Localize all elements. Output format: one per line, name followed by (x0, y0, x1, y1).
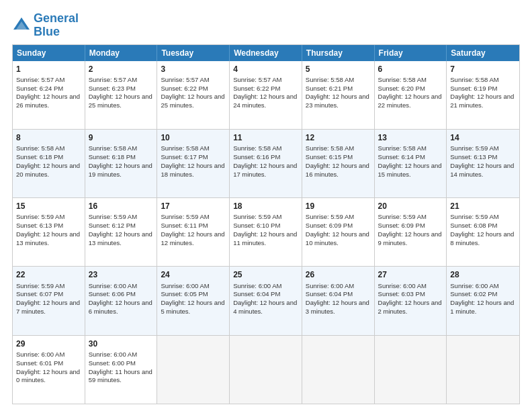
daylight-label: Daylight: 12 hours and 26 minutes. (16, 93, 80, 109)
day-number: 28 (450, 269, 516, 280)
sunset-label: Sunset: 6:09 PM (378, 222, 425, 229)
daylight-label: Daylight: 12 hours and 17 minutes. (233, 162, 297, 178)
daylight-label: Daylight: 12 hours and 9 minutes. (378, 230, 442, 246)
page: General Blue Sunday Monday Tuesday Wedne… (0, 0, 532, 411)
sunrise-label: Sunrise: 5:58 AM (450, 76, 498, 83)
calendar-row-2: 15Sunrise: 5:59 AMSunset: 6:13 PMDayligh… (13, 197, 519, 266)
daylight-label: Daylight: 12 hours and 5 minutes. (161, 299, 224, 315)
sunset-label: Sunset: 6:00 PM (89, 359, 136, 367)
calendar-cell-3-1: 23Sunrise: 6:00 AMSunset: 6:06 PMDayligh… (85, 267, 158, 334)
daylight-label: Daylight: 12 hours and 18 minutes. (161, 162, 224, 178)
day-number: 9 (89, 132, 154, 143)
sunset-label: Sunset: 6:22 PM (233, 85, 280, 92)
day-number: 25 (233, 269, 298, 280)
header-thursday: Thursday (302, 45, 375, 61)
calendar: Sunday Monday Tuesday Wednesday Thursday… (12, 44, 520, 404)
sunset-label: Sunset: 6:02 PM (450, 290, 497, 298)
sunset-label: Sunset: 6:20 PM (378, 85, 425, 92)
daylight-label: Daylight: 11 hours and 59 minutes. (89, 368, 152, 384)
calendar-cell-1-2: 10Sunrise: 5:58 AMSunset: 6:17 PMDayligh… (157, 130, 230, 197)
calendar-cell-1-6: 14Sunrise: 5:59 AMSunset: 6:13 PMDayligh… (447, 130, 519, 197)
header-wednesday: Wednesday (230, 45, 302, 61)
sunset-label: Sunset: 6:05 PM (161, 290, 208, 298)
sunrise-label: Sunrise: 5:59 AM (450, 213, 498, 220)
daylight-label: Daylight: 12 hours and 10 minutes. (306, 230, 369, 246)
calendar-cell-2-4: 19Sunrise: 5:59 AMSunset: 6:09 PMDayligh… (302, 198, 375, 266)
daylight-label: Daylight: 12 hours and 7 minutes. (16, 299, 80, 315)
day-number: 2 (89, 64, 154, 75)
daylight-label: Daylight: 12 hours and 14 minutes. (450, 162, 514, 178)
calendar-body: 1Sunrise: 5:57 AMSunset: 6:24 PMDaylight… (13, 61, 519, 404)
sunrise-label: Sunrise: 5:59 AM (16, 213, 64, 220)
header-saturday: Saturday (447, 45, 519, 61)
daylight-label: Daylight: 12 hours and 21 minutes. (450, 93, 514, 109)
calendar-cell-2-0: 15Sunrise: 5:59 AMSunset: 6:13 PMDayligh… (13, 198, 85, 266)
header-tuesday: Tuesday (157, 45, 230, 61)
day-number: 1 (16, 64, 81, 75)
calendar-cell-2-2: 17Sunrise: 5:59 AMSunset: 6:11 PMDayligh… (157, 198, 230, 266)
day-number: 15 (16, 201, 81, 212)
header-monday: Monday (85, 45, 158, 61)
sunrise-label: Sunrise: 5:58 AM (306, 144, 354, 152)
header-sunday: Sunday (13, 45, 85, 61)
daylight-label: Daylight: 12 hours and 0 minutes. (16, 368, 80, 384)
sunrise-label: Sunrise: 5:58 AM (306, 76, 354, 83)
day-number: 16 (89, 201, 154, 212)
day-number: 27 (378, 269, 443, 280)
sunrise-label: Sunrise: 5:58 AM (89, 144, 137, 152)
header: General Blue (12, 12, 520, 39)
calendar-cell-3-0: 22Sunrise: 5:59 AMSunset: 6:07 PMDayligh… (13, 267, 85, 334)
day-number: 17 (161, 201, 226, 212)
sunrise-label: Sunrise: 5:59 AM (16, 282, 64, 289)
daylight-label: Daylight: 12 hours and 8 minutes. (450, 230, 514, 246)
calendar-cell-1-4: 12Sunrise: 5:58 AMSunset: 6:15 PMDayligh… (302, 130, 375, 197)
calendar-cell-0-1: 2Sunrise: 5:57 AMSunset: 6:23 PMDaylight… (85, 61, 158, 129)
day-number: 29 (16, 338, 81, 349)
daylight-label: Daylight: 12 hours and 25 minutes. (89, 93, 152, 109)
calendar-cell-0-4: 5Sunrise: 5:58 AMSunset: 6:21 PMDaylight… (302, 61, 375, 129)
day-number: 8 (16, 132, 81, 143)
sunset-label: Sunset: 6:08 PM (450, 222, 497, 229)
daylight-label: Daylight: 12 hours and 6 minutes. (89, 299, 152, 315)
day-number: 5 (306, 64, 371, 75)
daylight-label: Daylight: 12 hours and 3 minutes. (306, 299, 369, 315)
calendar-cell-4-1: 30Sunrise: 6:00 AMSunset: 6:00 PMDayligh… (85, 336, 158, 404)
sunset-label: Sunset: 6:18 PM (89, 153, 136, 161)
calendar-cell-1-0: 8Sunrise: 5:58 AMSunset: 6:18 PMDaylight… (13, 130, 85, 197)
calendar-cell-3-6: 28Sunrise: 6:00 AMSunset: 6:02 PMDayligh… (447, 267, 519, 334)
calendar-row-1: 8Sunrise: 5:58 AMSunset: 6:18 PMDaylight… (13, 129, 519, 197)
day-number: 30 (89, 338, 154, 349)
sunrise-label: Sunrise: 5:59 AM (89, 213, 137, 220)
calendar-cell-4-5 (375, 336, 447, 404)
calendar-cell-2-1: 16Sunrise: 5:59 AMSunset: 6:12 PMDayligh… (85, 198, 158, 266)
sunrise-label: Sunrise: 5:59 AM (450, 144, 498, 152)
day-number: 19 (306, 201, 371, 212)
calendar-cell-1-3: 11Sunrise: 5:58 AMSunset: 6:16 PMDayligh… (230, 130, 302, 197)
daylight-label: Daylight: 12 hours and 16 minutes. (306, 162, 369, 178)
sunrise-label: Sunrise: 5:58 AM (378, 76, 427, 83)
calendar-cell-3-2: 24Sunrise: 6:00 AMSunset: 6:05 PMDayligh… (157, 267, 230, 334)
sunrise-label: Sunrise: 5:57 AM (161, 76, 209, 83)
calendar-cell-0-5: 6Sunrise: 5:58 AMSunset: 6:20 PMDaylight… (375, 61, 447, 129)
day-number: 12 (306, 132, 371, 143)
sunset-label: Sunset: 6:07 PM (16, 290, 63, 298)
calendar-cell-3-3: 25Sunrise: 6:00 AMSunset: 6:04 PMDayligh… (230, 267, 302, 334)
sunrise-label: Sunrise: 6:00 AM (450, 282, 498, 289)
logo-text: General Blue (34, 12, 79, 39)
sunrise-label: Sunrise: 6:00 AM (378, 282, 427, 289)
sunset-label: Sunset: 6:06 PM (89, 290, 136, 298)
daylight-label: Daylight: 12 hours and 20 minutes. (16, 162, 80, 178)
day-number: 3 (161, 64, 226, 75)
daylight-label: Daylight: 12 hours and 13 minutes. (16, 230, 80, 246)
sunset-label: Sunset: 6:22 PM (161, 85, 208, 92)
sunset-label: Sunset: 6:01 PM (16, 359, 63, 367)
sunrise-label: Sunrise: 5:57 AM (233, 76, 281, 83)
sunrise-label: Sunrise: 5:59 AM (161, 213, 209, 220)
day-number: 20 (378, 201, 443, 212)
calendar-cell-4-6 (447, 336, 519, 404)
logo: General Blue (12, 12, 79, 39)
sunset-label: Sunset: 6:23 PM (89, 85, 136, 92)
sunset-label: Sunset: 6:13 PM (450, 153, 497, 161)
sunset-label: Sunset: 6:19 PM (450, 85, 497, 92)
sunrise-label: Sunrise: 5:59 AM (306, 213, 354, 220)
